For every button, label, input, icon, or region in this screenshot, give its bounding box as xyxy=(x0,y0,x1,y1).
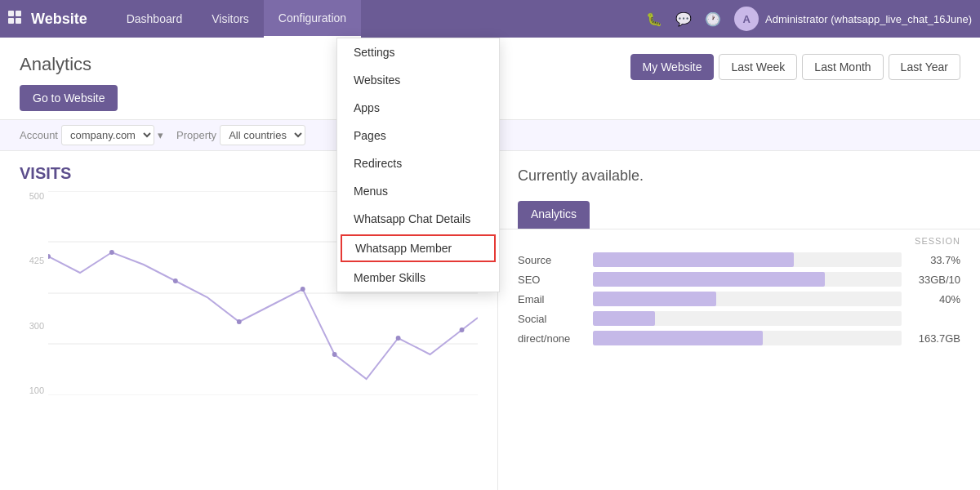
row-label-social: Social xyxy=(518,313,583,325)
row-bar-seo xyxy=(593,272,902,287)
row-label-source: Source xyxy=(518,254,583,266)
analytics-row: Social xyxy=(518,311,960,326)
analytics-left: Analytics Go to Website xyxy=(20,54,118,111)
analytics-tab-bar: Analytics xyxy=(498,201,980,229)
y-label-1: 500 xyxy=(20,191,44,201)
row-bar-fill xyxy=(593,292,716,306)
chart-y-labels: 100 300 425 500 xyxy=(20,191,44,395)
row-bar-social xyxy=(593,311,902,326)
filter-last-week[interactable]: Last Week xyxy=(719,54,797,80)
topnav-right: 🐛 💬 🕐 A Administrator (whatsapp_live_cha… xyxy=(646,7,972,31)
grid-icon[interactable] xyxy=(8,11,23,28)
svg-point-11 xyxy=(173,278,178,283)
row-bar-source xyxy=(593,252,902,267)
svg-point-14 xyxy=(332,352,337,357)
analytics-row: Email 40% xyxy=(518,292,960,306)
configuration-dropdown: Settings Websites Apps Pages Redirects M… xyxy=(336,38,500,292)
nav-item-dashboard[interactable]: Dashboard xyxy=(112,0,198,38)
y-label-3: 300 xyxy=(20,321,44,331)
row-value-seo: 33GB/10 xyxy=(911,274,960,286)
dropdown-item-websites[interactable]: Websites xyxy=(337,66,499,94)
svg-rect-3 xyxy=(16,18,21,24)
account-label: Account xyxy=(20,129,58,141)
svg-point-12 xyxy=(237,319,242,324)
analytics-title: Analytics xyxy=(20,54,118,75)
row-bar-fill xyxy=(593,331,763,345)
nav-item-visitors[interactable]: Visitors xyxy=(197,0,264,38)
analytics-panel: Currently available. Analytics SESSION S… xyxy=(498,151,980,490)
filter-last-month[interactable]: Last Month xyxy=(802,54,883,80)
y-label-4: 100 xyxy=(20,385,44,395)
dropdown-item-redirects[interactable]: Redirects xyxy=(337,149,499,177)
row-bar-fill xyxy=(593,252,794,267)
avatar: A xyxy=(734,7,759,31)
svg-rect-1 xyxy=(16,11,21,16)
username: Administrator (whatsapp_live_chat_16June… xyxy=(765,13,972,25)
user-menu[interactable]: A Administrator (whatsapp_live_chat_16Ju… xyxy=(734,7,972,31)
session-label: SESSION xyxy=(915,236,960,246)
row-bar-direct xyxy=(593,331,902,345)
svg-point-10 xyxy=(109,250,114,255)
row-value-source: 33.7% xyxy=(911,254,960,266)
filter-buttons: My Website Last Week Last Month Last Yea… xyxy=(630,54,960,80)
nav-menu: Dashboard Visitors Configuration xyxy=(112,0,646,38)
row-bar-fill xyxy=(593,272,825,287)
property-filter: Property All countries xyxy=(176,125,305,145)
dropdown-item-apps[interactable]: Apps xyxy=(337,94,499,122)
svg-point-15 xyxy=(396,336,401,341)
row-value-direct: 163.7GB xyxy=(911,332,960,345)
clock-icon[interactable]: 🕐 xyxy=(705,11,721,27)
row-value-email: 40% xyxy=(911,293,960,305)
nav-item-configuration[interactable]: Configuration xyxy=(264,0,361,38)
analytics-table-header: SESSION xyxy=(518,229,960,252)
dropdown-item-menus[interactable]: Menus xyxy=(337,177,499,205)
property-label: Property xyxy=(176,129,216,141)
goto-website-button[interactable]: Go to Website xyxy=(20,85,118,111)
account-select[interactable]: company.com xyxy=(61,125,154,145)
brand-name: Website xyxy=(31,11,87,28)
chat-icon[interactable]: 💬 xyxy=(675,11,692,27)
filter-last-year[interactable]: Last Year xyxy=(889,54,960,80)
filter-my-website[interactable]: My Website xyxy=(630,54,715,80)
svg-point-16 xyxy=(460,327,465,332)
dropdown-item-whatsapp-member[interactable]: Whatsapp Member xyxy=(341,234,496,262)
not-available-text: Currently available. xyxy=(498,151,980,201)
bug-icon[interactable]: 🐛 xyxy=(646,11,662,27)
svg-rect-0 xyxy=(8,11,14,16)
analytics-table: SESSION Source 33.7% SEO 33GB/10 xyxy=(498,229,980,345)
analytics-row: Source 33.7% xyxy=(518,252,960,267)
row-bar-email xyxy=(593,292,902,306)
dropdown-item-pages[interactable]: Pages xyxy=(337,122,499,149)
analytics-row: direct/none 163.7GB xyxy=(518,331,960,345)
property-select[interactable]: All countries xyxy=(220,125,305,145)
dropdown-item-whatsapp-chat[interactable]: Whatsapp Chat Details xyxy=(337,205,499,233)
row-label-email: Email xyxy=(518,293,583,305)
row-bar-fill xyxy=(593,311,655,326)
tab-analytics[interactable]: Analytics xyxy=(518,201,590,229)
top-navigation: Website Dashboard Visitors Configuration… xyxy=(0,0,980,38)
row-label-direct: direct/none xyxy=(518,332,583,345)
account-filter: Account company.com ▾ xyxy=(20,125,163,145)
svg-point-13 xyxy=(301,287,305,292)
dropdown-item-member-skills[interactable]: Member Skills xyxy=(337,264,499,292)
row-label-seo: SEO xyxy=(518,274,583,286)
analytics-row: SEO 33GB/10 xyxy=(518,272,960,287)
dropdown-arrow-icon: ▾ xyxy=(158,129,163,141)
svg-rect-2 xyxy=(8,18,14,24)
y-label-2: 425 xyxy=(20,256,44,265)
sub-header-filters: Account company.com ▾ Property All count… xyxy=(20,125,305,145)
dropdown-item-settings[interactable]: Settings xyxy=(337,38,499,66)
